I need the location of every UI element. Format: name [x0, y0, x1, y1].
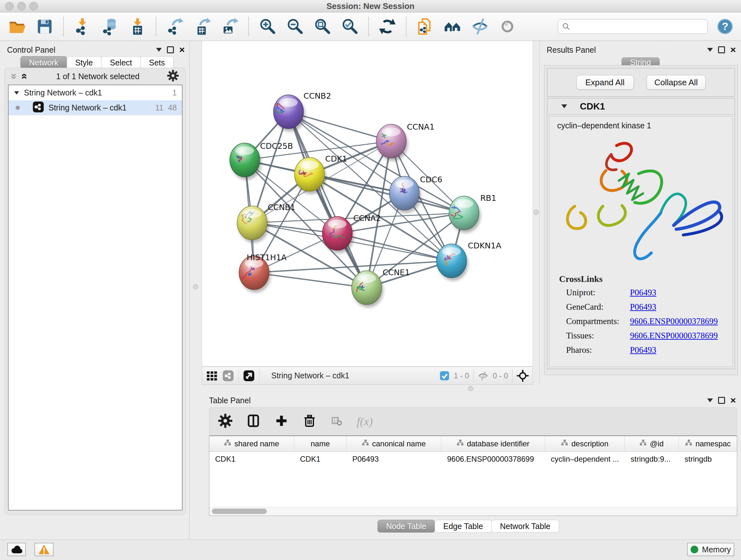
- export-network-icon[interactable]: [166, 17, 184, 36]
- detach-view-icon[interactable]: [243, 370, 255, 382]
- node-entry-header[interactable]: CDK1: [547, 98, 735, 115]
- table-panel-float-icon[interactable]: [707, 398, 713, 402]
- table-cell[interactable]: stringdb:9...: [625, 452, 679, 466]
- birdseye-grid-icon[interactable]: [206, 370, 218, 382]
- hide-selection-icon[interactable]: [471, 17, 489, 36]
- tab-network[interactable]: Network: [20, 56, 67, 69]
- column-header-namespac[interactable]: namespac: [679, 436, 737, 451]
- table-settings-gear-icon[interactable]: [218, 414, 232, 429]
- open-session-icon[interactable]: [8, 17, 26, 36]
- horizontal-splitter[interactable]: [202, 385, 741, 393]
- zoom-fit-icon[interactable]: [313, 17, 331, 36]
- table-cell[interactable]: 9606.ENSP00000378699: [441, 452, 545, 466]
- table-hscrollbar-thumb[interactable]: [212, 509, 267, 514]
- fit-selected-crosshair-icon[interactable]: [517, 370, 529, 382]
- network-options-gear-icon[interactable]: [167, 70, 179, 83]
- import-network-database-icon[interactable]: [101, 17, 119, 36]
- network-node-CDKN1A[interactable]: CDKN1A: [436, 241, 501, 281]
- export-image-icon[interactable]: [221, 17, 239, 36]
- network-edge[interactable]: [254, 273, 367, 288]
- memory-button[interactable]: Memory: [687, 543, 734, 556]
- first-neighbors-icon[interactable]: [444, 17, 461, 36]
- network-node-CDC25B[interactable]: CDC25B: [230, 141, 293, 180]
- column-header-database-identifier[interactable]: database identifier: [441, 436, 545, 451]
- network-edge[interactable]: [288, 112, 367, 288]
- table-cell[interactable]: CDK1: [209, 452, 294, 466]
- import-table-icon[interactable]: [128, 17, 146, 36]
- table-cell[interactable]: stringdb: [679, 452, 737, 466]
- network-canvas[interactable]: CCNB2 CCNA1 CDC25B CDK1 CDC6 RB1 CCNB1 C…: [202, 41, 533, 367]
- collapse-all-button[interactable]: Collapse All: [647, 75, 706, 90]
- network-row-selected[interactable]: String Network – cdk1 11 48: [9, 100, 182, 115]
- network-share-icon[interactable]: [222, 370, 234, 382]
- delete-column-icon[interactable]: [302, 414, 317, 429]
- column-header--id[interactable]: @id: [625, 436, 679, 451]
- table-cell[interactable]: cyclin–dependent ...: [545, 452, 625, 466]
- expand-all-button[interactable]: Expand All: [576, 75, 634, 90]
- network-node-CCNE1[interactable]: CCNE1: [352, 268, 410, 307]
- table-panel-maximize-icon[interactable]: [718, 397, 725, 404]
- network-collection-row[interactable]: String Network – cdk1 1: [9, 85, 182, 100]
- collection-expand-icon[interactable]: [14, 91, 19, 94]
- control-panel-maximize-icon[interactable]: [167, 46, 174, 53]
- table-panel-close-icon[interactable]: ×: [730, 397, 736, 403]
- network-node-CCNA2[interactable]: CCNA2: [322, 213, 381, 253]
- tab-select[interactable]: Select: [101, 56, 140, 69]
- network-node-CCNB1[interactable]: CCNB1: [237, 203, 295, 243]
- refresh-icon[interactable]: [379, 17, 396, 36]
- network-node-RB1[interactable]: RB1: [449, 193, 496, 233]
- zoom-out-icon[interactable]: [286, 17, 304, 36]
- zoom-in-icon[interactable]: [259, 17, 276, 36]
- results-panel-maximize-icon[interactable]: [718, 46, 725, 53]
- column-header-description[interactable]: description: [545, 436, 625, 451]
- help-button[interactable]: ?: [718, 19, 733, 34]
- table-hscrollbar[interactable]: [209, 507, 737, 516]
- table-cell[interactable]: CDK1: [294, 452, 347, 466]
- show-columns-icon[interactable]: [246, 414, 260, 429]
- column-header-shared-name[interactable]: shared name: [209, 436, 294, 451]
- right-splitter-handle[interactable]: [534, 210, 539, 215]
- cloud-status-button[interactable]: [7, 543, 26, 556]
- column-header-name[interactable]: name: [294, 436, 347, 451]
- crosslink-link[interactable]: 9606.ENSP00000378699: [630, 316, 718, 326]
- collapse-all-icon[interactable]: »: [11, 73, 18, 79]
- zoom-selected-icon[interactable]: [341, 17, 359, 36]
- table-row[interactable]: CDK1CDK1P064939606.ENSP00000378699cyclin…: [209, 452, 737, 466]
- network-edge[interactable]: [337, 233, 452, 261]
- tab-sets[interactable]: Sets: [140, 56, 174, 69]
- network-node-CDC6[interactable]: CDC6: [389, 175, 442, 213]
- tab-network-table[interactable]: Network Table: [491, 520, 559, 533]
- entry-collapse-icon[interactable]: [561, 105, 567, 108]
- left-splitter-handle[interactable]: [193, 284, 198, 289]
- results-panel-float-icon[interactable]: [707, 48, 713, 52]
- save-session-icon[interactable]: [36, 17, 54, 36]
- show-all-icon[interactable]: [498, 17, 516, 36]
- search-box[interactable]: [558, 19, 708, 34]
- crosslink-link[interactable]: P06493: [630, 345, 657, 355]
- warnings-button[interactable]: [35, 543, 54, 556]
- column-header-canonical-name[interactable]: canonical name: [347, 436, 441, 451]
- right-splitter[interactable]: [533, 41, 539, 385]
- results-panel-close-icon[interactable]: ×: [730, 47, 736, 53]
- network-node-CCNB2[interactable]: CCNB2: [273, 91, 331, 132]
- hidden-eye-icon[interactable]: [478, 370, 488, 381]
- horizontal-splitter-handle[interactable]: [468, 386, 473, 391]
- network-node-HIST1H1A[interactable]: HIST1H1A: [239, 253, 286, 293]
- left-splitter[interactable]: [190, 41, 202, 540]
- selected-checkbox-icon[interactable]: [440, 371, 450, 381]
- network-node-CDK1[interactable]: CDK1: [294, 154, 347, 194]
- control-panel-float-icon[interactable]: [156, 48, 162, 52]
- table-cell[interactable]: P06493: [347, 452, 441, 466]
- tab-style[interactable]: Style: [67, 56, 102, 69]
- network-from-document-icon[interactable]: [416, 17, 434, 36]
- control-panel-close-icon[interactable]: ×: [179, 47, 185, 53]
- crosslink-link[interactable]: 9606.ENSP00000378699: [630, 331, 718, 341]
- tab-node-table[interactable]: Node Table: [378, 520, 435, 533]
- crosslink-link[interactable]: P06493: [630, 288, 657, 298]
- export-table-icon[interactable]: [193, 17, 211, 36]
- add-column-icon[interactable]: [274, 414, 288, 429]
- crosslink-link[interactable]: P06493: [630, 302, 657, 312]
- expand-all-icon[interactable]: «: [22, 73, 28, 79]
- search-input[interactable]: [574, 22, 704, 31]
- tab-edge-table[interactable]: Edge Table: [434, 520, 492, 533]
